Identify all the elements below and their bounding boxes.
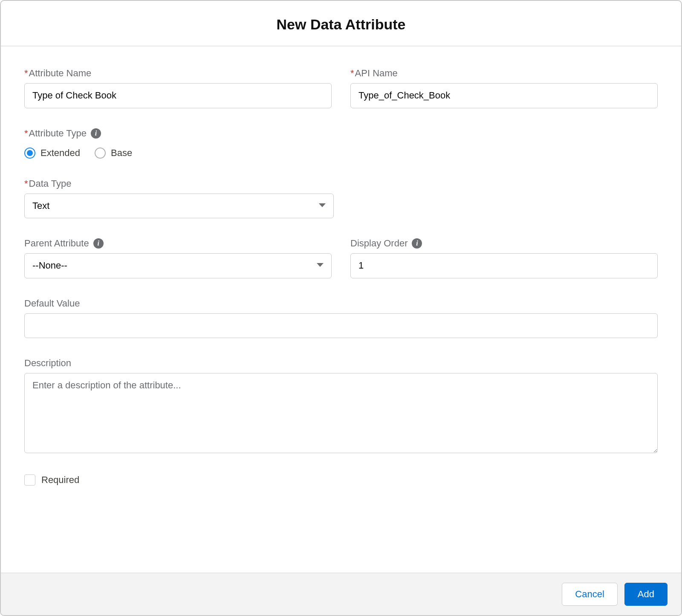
data-type-select[interactable]: Text bbox=[24, 194, 334, 219]
required-label: Required bbox=[41, 474, 79, 486]
default-value-label: Default Value bbox=[24, 298, 658, 309]
description-textarea[interactable] bbox=[24, 373, 658, 453]
parent-attribute-select[interactable]: --None-- bbox=[24, 253, 332, 278]
attribute-type-base-radio[interactable]: Base bbox=[95, 147, 132, 159]
parent-attribute-label: Parent Attribute i bbox=[24, 238, 332, 249]
radio-dot-checked-icon bbox=[24, 147, 35, 159]
modal-body: *Attribute Name *API Name *Attribute Typ… bbox=[1, 46, 681, 573]
display-order-label: Display Order i bbox=[350, 238, 658, 249]
attribute-type-label: *Attribute Type i bbox=[24, 128, 658, 139]
info-icon[interactable]: i bbox=[91, 128, 101, 139]
api-name-label: *API Name bbox=[350, 68, 658, 79]
attribute-name-input[interactable] bbox=[24, 83, 332, 108]
modal-title: New Data Attribute bbox=[1, 16, 681, 33]
add-button[interactable]: Add bbox=[624, 583, 668, 606]
info-icon[interactable]: i bbox=[93, 238, 104, 249]
data-type-label: *Data Type bbox=[24, 178, 334, 189]
attribute-type-radio-group: Extended Base bbox=[24, 147, 658, 159]
cancel-button[interactable]: Cancel bbox=[562, 583, 617, 606]
modal-footer: Cancel Add bbox=[1, 573, 681, 615]
radio-dot-icon bbox=[95, 147, 106, 159]
required-checkbox[interactable] bbox=[24, 474, 35, 486]
default-value-input[interactable] bbox=[24, 313, 658, 338]
new-data-attribute-modal: New Data Attribute *Attribute Name *API … bbox=[0, 0, 682, 616]
info-icon[interactable]: i bbox=[412, 238, 422, 249]
modal-header: New Data Attribute bbox=[1, 1, 681, 46]
attribute-type-extended-radio[interactable]: Extended bbox=[24, 147, 80, 159]
attribute-name-label: *Attribute Name bbox=[24, 68, 332, 79]
required-checkbox-row: Required bbox=[24, 474, 658, 486]
display-order-input[interactable] bbox=[350, 253, 658, 278]
description-label: Description bbox=[24, 358, 658, 369]
api-name-input[interactable] bbox=[350, 83, 658, 108]
